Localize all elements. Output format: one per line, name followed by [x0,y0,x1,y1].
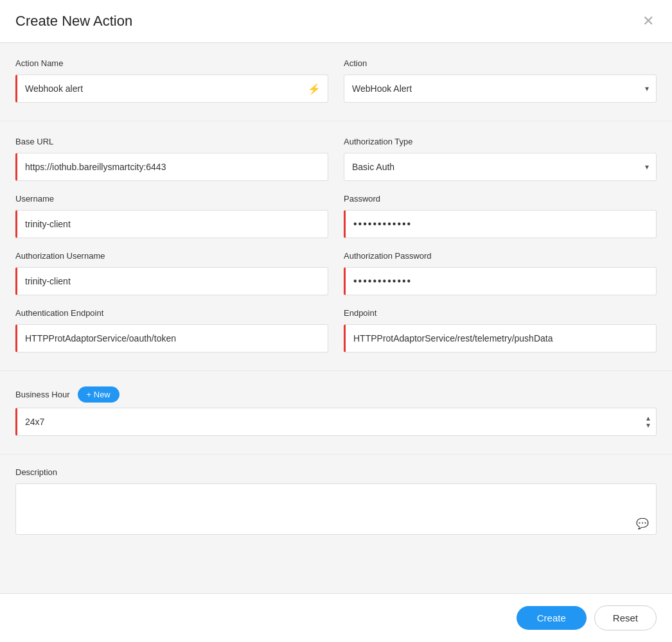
description-group: Description 💬 [15,467,657,537]
action-label: Action [344,58,657,68]
username-group: Username [15,194,328,238]
action-name-wrapper: ⚡ [15,74,328,103]
business-hour-header: Business Hour + New [15,386,657,403]
auth-username-wrapper [15,267,328,295]
user-pass-row: Username Password [15,194,657,238]
auth-type-select-wrapper: Basic Auth OAuth2 API Key None ▾ [344,153,657,181]
business-hour-select-wrapper: 24x7 Business Hours After Hours ▲ ▼ [15,408,657,436]
auth-type-label: Authorization Type [344,137,657,146]
action-name-input[interactable] [15,74,328,103]
modal-body: Action Name ⚡ Action WebHook Alert Email… [0,43,672,593]
auth-endpoint-group: Authentication Endpoint [15,308,328,352]
description-section: Description 💬 [0,455,672,555]
auth-username-input[interactable] [15,267,328,295]
action-name-group: Action Name ⚡ [15,58,328,103]
description-label: Description [15,467,657,477]
create-action-modal: Create New Action ✕ Action Name ⚡ Action [0,0,672,642]
webhook-config-section: Base URL Authorization Type Basic Auth O… [0,121,672,371]
base-url-label: Base URL [15,137,328,146]
password-label: Password [344,194,657,204]
endpoint-input[interactable] [344,324,657,352]
auth-username-label: Authorization Username [15,251,328,261]
close-button[interactable]: ✕ [640,12,657,31]
auth-type-select[interactable]: Basic Auth OAuth2 API Key None [344,153,657,181]
business-hour-select[interactable]: 24x7 Business Hours After Hours [15,408,657,436]
auth-endpoint-input[interactable] [15,324,328,352]
action-name-label: Action Name [15,58,328,68]
password-wrapper [344,210,657,238]
auth-password-group: Authorization Password [344,251,657,295]
auth-endpoint-wrapper [15,324,328,352]
action-select-wrapper: WebHook Alert Email Alert SMS Alert ▾ [344,74,657,103]
modal-header: Create New Action ✕ [0,0,672,43]
modal-footer: Create Reset [0,593,672,642]
auth-type-group: Authorization Type Basic Auth OAuth2 API… [344,137,657,181]
password-group: Password [344,194,657,238]
password-input[interactable] [344,210,657,238]
auth-user-pass-row: Authorization Username Authorization Pas… [15,251,657,295]
username-label: Username [15,194,328,204]
action-type-group: Action WebHook Alert Email Alert SMS Ale… [344,58,657,103]
description-input[interactable] [15,483,657,535]
auth-password-label: Authorization Password [344,251,657,261]
auth-password-input[interactable] [344,267,657,295]
action-name-section: Action Name ⚡ Action WebHook Alert Email… [0,43,672,121]
new-business-hour-button[interactable]: + New [78,386,119,403]
description-wrapper: 💬 [15,483,657,537]
endpoint-wrapper [344,324,657,352]
action-row: Action Name ⚡ Action WebHook Alert Email… [15,58,657,103]
auth-username-group: Authorization Username [15,251,328,295]
base-url-input[interactable] [15,153,328,181]
base-url-group: Base URL [15,137,328,181]
modal-title: Create New Action [15,13,132,30]
create-button[interactable]: Create [517,606,587,630]
base-url-wrapper [15,153,328,181]
username-input[interactable] [15,210,328,238]
url-auth-row: Base URL Authorization Type Basic Auth O… [15,137,657,181]
username-wrapper [15,210,328,238]
business-hour-section: Business Hour + New 24x7 Business Hours … [0,371,672,455]
auth-endpoint-label: Authentication Endpoint [15,308,328,318]
endpoint-group: Endpoint [344,308,657,352]
endpoints-row: Authentication Endpoint Endpoint [15,308,657,352]
business-hour-label: Business Hour [15,390,70,399]
action-select[interactable]: WebHook Alert Email Alert SMS Alert [344,74,657,103]
auth-password-wrapper [344,267,657,295]
reset-button[interactable]: Reset [594,605,657,630]
endpoint-label: Endpoint [344,308,657,318]
